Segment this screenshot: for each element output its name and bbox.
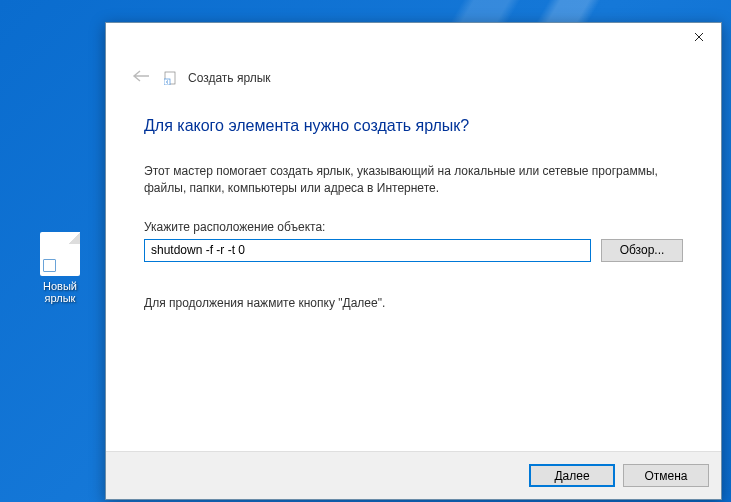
- continue-instruction: Для продолжения нажмите кнопку "Далее".: [144, 296, 683, 310]
- dialog-content: Для какого элемента нужно создать ярлык?…: [106, 89, 721, 451]
- dialog-title: Для какого элемента нужно создать ярлык?: [144, 117, 683, 135]
- desktop-shortcut-icon[interactable]: Новый ярлык: [32, 232, 88, 304]
- desktop-icon-label: Новый ярлык: [32, 280, 88, 304]
- dialog-header: Создать ярлык: [106, 53, 721, 89]
- location-input[interactable]: [144, 239, 591, 262]
- back-arrow-icon[interactable]: [128, 67, 154, 89]
- file-icon: [40, 232, 80, 276]
- dialog-titlebar: [106, 23, 721, 53]
- next-button[interactable]: Далее: [529, 464, 615, 487]
- browse-button[interactable]: Обзор...: [601, 239, 683, 262]
- location-label: Укажите расположение объекта:: [144, 220, 683, 234]
- close-icon: [694, 32, 704, 42]
- breadcrumb: Создать ярлык: [188, 71, 271, 85]
- shortcut-icon: [164, 71, 178, 85]
- cancel-button[interactable]: Отмена: [623, 464, 709, 487]
- dialog-description: Этот мастер помогает создать ярлык, указ…: [144, 163, 683, 198]
- close-button[interactable]: [676, 23, 721, 51]
- dialog-footer: Далее Отмена: [106, 451, 721, 499]
- create-shortcut-dialog: Создать ярлык Для какого элемента нужно …: [105, 22, 722, 500]
- location-row: Обзор...: [144, 239, 683, 262]
